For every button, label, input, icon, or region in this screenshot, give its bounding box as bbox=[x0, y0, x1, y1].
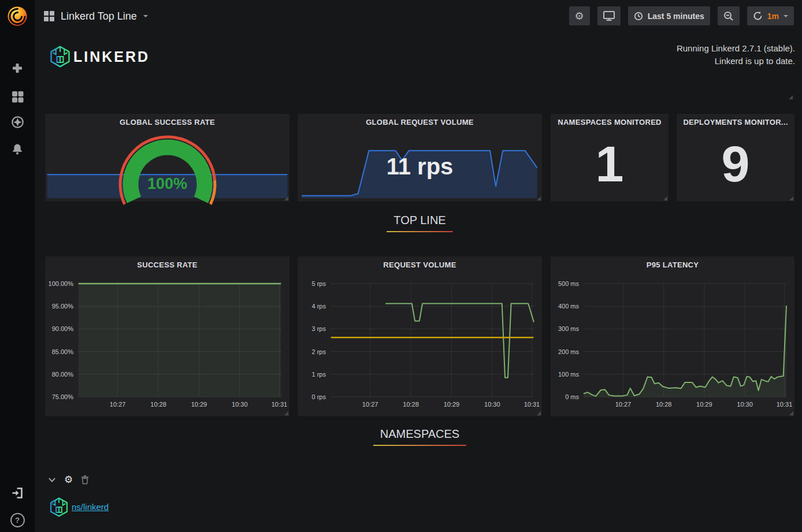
trash-icon[interactable] bbox=[81, 475, 89, 485]
svg-text:0 ms: 0 ms bbox=[565, 393, 579, 400]
stat-value: 11 rps bbox=[298, 139, 542, 194]
svg-text:500 ms: 500 ms bbox=[558, 280, 580, 287]
sidebar-item-dashboards[interactable] bbox=[0, 90, 35, 103]
row-settings-gear-icon[interactable]: ⚙ bbox=[64, 475, 73, 485]
svg-text:75.00%: 75.00% bbox=[52, 393, 74, 400]
panel-success-rate: SUCCESS RATE 75.00%80.00%85.00%90.00%95.… bbox=[44, 256, 290, 417]
refresh-icon bbox=[753, 11, 763, 21]
sidebar-item-alerting[interactable] bbox=[0, 142, 35, 156]
svg-text:10:30: 10:30 bbox=[737, 401, 753, 408]
p95-latency-chart[interactable]: 0 ms100 ms200 ms300 ms400 ms500 ms10:271… bbox=[552, 270, 793, 415]
sign-in-icon bbox=[11, 486, 24, 500]
row-title: TOP LINE bbox=[387, 214, 452, 232]
svg-text:10:30: 10:30 bbox=[484, 401, 500, 408]
bell-icon bbox=[11, 143, 24, 156]
dashboard-grid-icon bbox=[44, 11, 54, 21]
panel-resize-handle[interactable] bbox=[663, 196, 667, 200]
monitor-icon bbox=[603, 11, 615, 21]
panel-global-request-volume: GLOBAL REQUEST VOLUME 11 rps bbox=[297, 113, 543, 202]
svg-text:10:27: 10:27 bbox=[110, 401, 126, 408]
panel-deployments-monitored: DEPLOYMENTS MONITOR... 9 bbox=[676, 113, 795, 202]
svg-text:10:28: 10:28 bbox=[656, 401, 672, 408]
plus-icon bbox=[11, 62, 24, 75]
svg-text:3 rps: 3 rps bbox=[312, 325, 326, 332]
panel-resize-handle[interactable] bbox=[789, 411, 793, 415]
dashboard-title-button[interactable]: Linkerd Top Line bbox=[44, 0, 148, 32]
dashboards-grid-icon bbox=[11, 90, 24, 103]
panel-resize-handle[interactable] bbox=[789, 95, 793, 99]
panel-title[interactable]: REQUEST VOLUME bbox=[298, 261, 542, 269]
zoom-out-icon bbox=[723, 11, 734, 21]
linkerd-logo bbox=[49, 44, 72, 71]
chevron-down-icon bbox=[143, 15, 148, 17]
svg-text:10:27: 10:27 bbox=[362, 401, 378, 408]
panel-title[interactable]: DEPLOYMENTS MONITOR... bbox=[677, 118, 794, 127]
panel-request-volume: REQUEST VOLUME 0 rps1 rps2 rps3 rps4 rps… bbox=[297, 256, 543, 417]
panel-resize-handle[interactable] bbox=[789, 196, 793, 200]
svg-text:80.00%: 80.00% bbox=[52, 371, 74, 378]
cycle-view-mode-button[interactable] bbox=[597, 6, 621, 25]
svg-text:0 rps: 0 rps bbox=[312, 393, 326, 400]
refresh-interval-label: 1m bbox=[767, 12, 779, 21]
sidebar-item-explore[interactable] bbox=[0, 115, 35, 129]
request-volume-chart[interactable]: 0 rps1 rps2 rps3 rps4 rps5 rps10:2710:28… bbox=[299, 270, 541, 415]
panel-title[interactable]: SUCCESS RATE bbox=[45, 261, 289, 269]
svg-text:5 rps: 5 rps bbox=[312, 280, 326, 287]
linkerd-wordmark: LINKERD bbox=[73, 49, 150, 65]
svg-text:10:28: 10:28 bbox=[150, 401, 166, 408]
svg-text:10:27: 10:27 bbox=[615, 401, 632, 408]
svg-text:10:31: 10:31 bbox=[272, 401, 288, 408]
panel-title[interactable]: GLOBAL REQUEST VOLUME bbox=[298, 118, 542, 127]
success-rate-chart[interactable]: 75.00%80.00%85.00%90.00%95.00%100.00%10:… bbox=[46, 270, 288, 415]
stat-value: 9 bbox=[677, 130, 794, 198]
svg-text:10:29: 10:29 bbox=[444, 401, 460, 408]
dashboard-title: Linkerd Top Line bbox=[61, 10, 137, 23]
compass-icon bbox=[11, 116, 24, 129]
svg-text:2 rps: 2 rps bbox=[312, 348, 326, 355]
zoom-out-button[interactable] bbox=[718, 6, 740, 25]
svg-text:90.00%: 90.00% bbox=[52, 325, 74, 332]
sidebar-item-help[interactable]: ? bbox=[0, 513, 35, 527]
panel-global-success-rate: GLOBAL SUCCESS RATE 100% bbox=[44, 113, 290, 202]
svg-text:4 rps: 4 rps bbox=[312, 303, 326, 310]
grafana-logo[interactable] bbox=[0, 3, 35, 29]
panel-title[interactable]: GLOBAL SUCCESS RATE bbox=[45, 118, 289, 127]
panel-title[interactable]: NAMESPACES MONITORED bbox=[551, 118, 669, 127]
panel-p95-latency: P95 LATENCY 0 ms100 ms200 ms300 ms400 ms… bbox=[550, 256, 795, 417]
panel-resize-handle[interactable] bbox=[284, 411, 288, 415]
clock-icon bbox=[634, 12, 643, 21]
svg-text:10:29: 10:29 bbox=[191, 401, 207, 408]
svg-text:10:28: 10:28 bbox=[403, 401, 419, 408]
namespace-link[interactable]: ns/linkerd bbox=[72, 502, 109, 512]
sidebar: ? bbox=[0, 0, 35, 532]
svg-text:85.00%: 85.00% bbox=[52, 348, 74, 355]
help-icon: ? bbox=[10, 513, 25, 527]
svg-text:10:31: 10:31 bbox=[524, 401, 540, 408]
chevron-down-icon bbox=[784, 15, 788, 17]
panel-namespaces-monitored: NAMESPACES MONITORED 1 bbox=[550, 113, 669, 202]
panel-title[interactable]: P95 LATENCY bbox=[551, 261, 794, 269]
svg-text:100.00%: 100.00% bbox=[49, 280, 74, 287]
svg-text:10:31: 10:31 bbox=[777, 401, 793, 408]
time-range-picker[interactable]: Last 5 minutes bbox=[628, 6, 710, 25]
row-title: NAMESPACES bbox=[373, 427, 466, 446]
svg-text:200 ms: 200 ms bbox=[558, 348, 580, 355]
chevron-down-icon[interactable] bbox=[48, 476, 56, 483]
row-controls: ⚙ bbox=[48, 475, 89, 485]
time-range-label: Last 5 minutes bbox=[648, 12, 704, 21]
namespace-linkerd-logo bbox=[49, 496, 69, 520]
panel-resize-handle[interactable] bbox=[537, 411, 541, 415]
row-header-namespaces[interactable]: NAMESPACES bbox=[44, 427, 795, 446]
linkerd-status-text: Running Linkerd 2.7.1 (stable). Linkerd … bbox=[677, 42, 795, 68]
sidebar-item-create[interactable] bbox=[0, 61, 35, 75]
panel-resize-handle[interactable] bbox=[537, 196, 541, 200]
sidebar-item-sign-in[interactable] bbox=[0, 485, 35, 500]
dashboard-settings-button[interactable]: ⚙ bbox=[569, 6, 590, 25]
grafana-logo-icon bbox=[6, 5, 29, 28]
svg-text:100 ms: 100 ms bbox=[558, 371, 580, 378]
svg-text:95.00%: 95.00% bbox=[52, 303, 74, 310]
row-header-top-line[interactable]: TOP LINE bbox=[44, 214, 795, 232]
refresh-picker[interactable]: 1m bbox=[747, 6, 794, 25]
svg-text:10:30: 10:30 bbox=[232, 401, 248, 408]
svg-text:400 ms: 400 ms bbox=[558, 303, 580, 310]
